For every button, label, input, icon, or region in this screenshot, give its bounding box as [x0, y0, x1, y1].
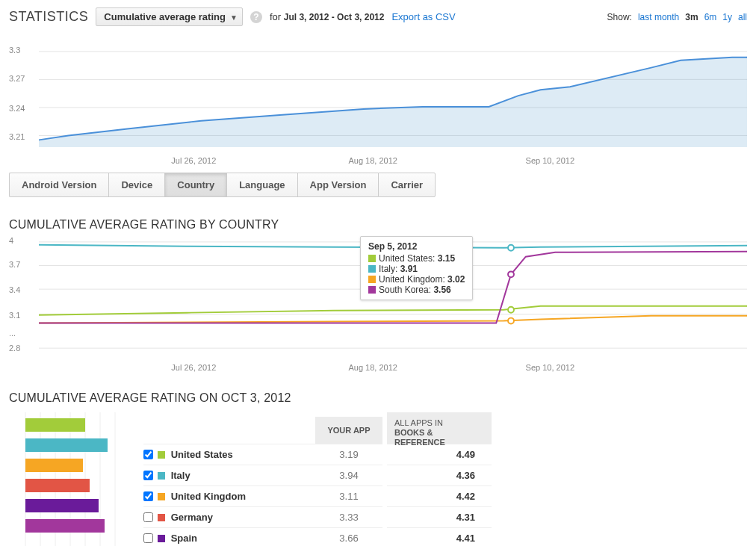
your-app-value: 3.11	[315, 491, 382, 502]
series-color-swatch	[158, 472, 165, 480]
table-row: Spain3.66	[143, 527, 382, 546]
tab-android-version[interactable]: Android Version	[9, 173, 108, 197]
xtick: Sep 10, 2012	[526, 156, 574, 165]
series-color-swatch	[158, 493, 165, 500]
tooltip-row: Italy: 3.91	[368, 264, 465, 274]
range-1y[interactable]: 1y	[722, 12, 732, 22]
tooltip-date: Sep 5, 2012	[368, 241, 465, 252]
col-your-app: YOUR APP	[315, 417, 382, 444]
tab-app-version[interactable]: App Version	[297, 173, 379, 197]
chart-rating-by-country: 4 3.7 3.4 3.1 ... 2.8 Jul 26, 2012 Aug 1…	[9, 236, 747, 370]
metric-dropdown[interactable]: Cumulative average rating ▼	[96, 7, 243, 26]
metric-dropdown-label: Cumulative average rating	[104, 11, 226, 22]
compare-value: 4.42	[387, 485, 492, 506]
dimension-tabs: Android Version Device Country Language …	[9, 173, 747, 197]
xtick: Aug 18, 2012	[348, 156, 397, 165]
svg-point-10	[508, 271, 514, 277]
tooltip-row: United States: 3.15	[368, 253, 465, 264]
table-row: Germany3.33	[143, 506, 382, 527]
your-app-value: 3.94	[315, 470, 382, 481]
country-name: United States	[171, 449, 315, 460]
snapshot-row: YOUR APP United States3.19 Italy3.94 Uni…	[9, 412, 747, 546]
page-title: STATISTICS	[9, 9, 88, 25]
series-color-swatch	[158, 514, 165, 521]
compare-column: ALL APPS INBOOKS & REFERENCE 4.494.364.4…	[387, 412, 492, 546]
compare-value: 4.41	[387, 527, 492, 546]
page-header: STATISTICS Cumulative average rating ▼ ?…	[9, 7, 747, 26]
tab-carrier[interactable]: Carrier	[378, 173, 436, 197]
show-label: Show:	[607, 12, 632, 22]
help-icon[interactable]: ?	[250, 11, 262, 23]
range-3m[interactable]: 3m	[685, 12, 698, 22]
country-checkbox[interactable]	[143, 512, 153, 522]
date-range-label: for Jul 3, 2012 - Oct 3, 2012	[270, 11, 385, 22]
compare-value: 4.36	[387, 465, 492, 485]
series-color-swatch	[158, 451, 165, 459]
snapshot-bars	[9, 412, 136, 546]
country-checkbox[interactable]	[143, 471, 153, 480]
svg-point-9	[508, 245, 514, 251]
ytick: 3.21	[9, 132, 25, 141]
svg-rect-24	[25, 499, 99, 512]
ytick: 3.24	[9, 104, 25, 113]
country-name: Germany	[171, 512, 315, 523]
export-csv-link[interactable]: Export as CSV	[391, 11, 455, 22]
chevron-down-icon: ▼	[230, 13, 238, 22]
country-checkbox[interactable]	[143, 491, 153, 501]
tab-language[interactable]: Language	[226, 173, 297, 197]
tab-device[interactable]: Device	[108, 173, 164, 197]
ytick: 3.3	[9, 46, 20, 55]
range-6m[interactable]: 6m	[704, 12, 717, 22]
svg-rect-21	[25, 438, 108, 452]
xtick: Jul 26, 2012	[171, 156, 216, 165]
tab-country[interactable]: Country	[164, 173, 226, 197]
section-title-by-country: CUMULATIVE AVERAGE RATING BY COUNTRY	[9, 218, 747, 232]
table-row: Italy3.94	[143, 465, 382, 485]
svg-rect-25	[25, 519, 105, 533]
chart-cumulative-rating: 3.3 3.27 3.24 3.21 Jul 26, 2012 Aug 18, …	[9, 44, 747, 164]
tooltip-row: United Kingdom: 3.02	[368, 274, 465, 285]
range-picker: Show: last month 3m 6m 1y all	[607, 12, 747, 22]
section-title-snapshot: CUMULATIVE AVERAGE RATING ON OCT 3, 2012	[9, 391, 747, 405]
series-color-swatch	[158, 535, 165, 542]
table-row: United Kingdom3.11	[143, 485, 382, 506]
compare-value: 4.31	[387, 506, 492, 527]
range-last-month[interactable]: last month	[638, 12, 679, 22]
col-compare-header: ALL APPS INBOOKS & REFERENCE	[387, 412, 492, 444]
table-row: United States3.19	[143, 444, 382, 465]
snapshot-table: YOUR APP United States3.19 Italy3.94 Uni…	[143, 412, 382, 546]
range-all[interactable]: all	[738, 12, 747, 22]
tooltip-row: South Korea: 3.56	[368, 285, 465, 295]
svg-rect-20	[25, 418, 85, 432]
svg-rect-22	[25, 459, 83, 472]
svg-point-11	[508, 307, 514, 313]
svg-point-12	[508, 318, 514, 324]
country-name: United Kingdom	[171, 491, 315, 502]
country-name: Spain	[171, 533, 315, 544]
chart-tooltip: Sep 5, 2012 United States: 3.15 Italy: 3…	[360, 236, 473, 300]
ytick: 3.27	[9, 74, 25, 83]
svg-rect-23	[25, 479, 90, 492]
country-checkbox[interactable]	[143, 533, 153, 543]
your-app-value: 3.19	[315, 449, 382, 460]
country-checkbox[interactable]	[143, 450, 153, 459]
country-name: Italy	[171, 470, 315, 481]
your-app-value: 3.66	[315, 533, 382, 544]
your-app-value: 3.33	[315, 512, 382, 523]
